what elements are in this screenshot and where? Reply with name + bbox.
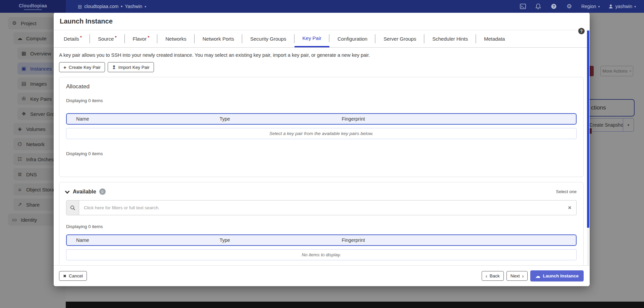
breadcrumb[interactable]: ▤ cloudtopiaa.com • Yashwin ▾ (78, 4, 146, 9)
tab-security-groups[interactable]: Security Groups (242, 30, 294, 47)
modal-footer: Cancel Back Next Launch Instance (54, 265, 590, 286)
tab-label: Metadata (484, 36, 505, 42)
tab-label: Configuration (337, 36, 367, 42)
logo[interactable]: Cloudtopiaa (0, 0, 66, 13)
create-key-pair-button[interactable]: Create Key Pair (59, 62, 105, 72)
logo-text: Cloudtopiaa (19, 3, 47, 8)
column-header-name: Name (67, 237, 219, 243)
tab-label: Network Ports (203, 36, 234, 42)
chevron-down-icon: ▾ (598, 5, 600, 8)
tab-scheduler-hints[interactable]: Scheduler Hints (424, 30, 476, 47)
import-key-pair-label: Import Key Pair (118, 65, 150, 70)
key-pair-panel: A key pair allows you to SSH into your n… (54, 48, 590, 286)
cancel-button[interactable]: Cancel (59, 271, 87, 281)
tab-server-groups[interactable]: Server Groups (375, 30, 424, 47)
next-label: Next (511, 273, 520, 278)
tab-label: Flavor (133, 36, 147, 42)
tab-network-ports[interactable]: Network Ports (195, 30, 242, 47)
scrollbar-thumb[interactable] (587, 31, 589, 228)
available-count: Displaying 0 items (66, 224, 577, 229)
search-icon (66, 201, 79, 215)
navbar-right: ? Region ▾ yashwin ▾ (520, 3, 644, 10)
help-icon[interactable]: ? (578, 28, 585, 34)
column-header-fingerprint: Fingerprint (342, 116, 576, 122)
cloud-icon (535, 273, 540, 279)
help-circle-icon[interactable]: ? (550, 3, 557, 10)
required-marker: * (80, 35, 82, 40)
column-header-fingerprint: Fingerprint (342, 237, 576, 243)
back-label: Back (490, 273, 500, 278)
upload-icon (112, 64, 116, 70)
footer-navigation: Back Next Launch Instance (482, 270, 584, 281)
modal-header: Launch Instance (54, 12, 590, 30)
search-input[interactable] (79, 201, 568, 215)
tab-label: Key Pair (303, 35, 322, 41)
allocated-title: Allocated (66, 83, 577, 90)
available-count-badge: 0 (99, 188, 106, 195)
plus-icon (63, 64, 66, 70)
tab-flavor[interactable]: Flavor * (125, 30, 158, 47)
terminal-icon[interactable] (520, 3, 526, 10)
required-marker: * (148, 35, 149, 40)
user-menu[interactable]: yashwin ▾ (608, 4, 636, 9)
tab-networks[interactable]: Networks (157, 30, 195, 47)
required-marker: * (115, 35, 116, 40)
key-pair-description: A key pair allows you to SSH into your n… (59, 52, 584, 58)
tab-configuration[interactable]: Configuration (329, 30, 375, 47)
chevron-down-icon: ▾ (634, 5, 636, 8)
allocated-panel: Allocated Displaying 0 items Name Type F… (59, 77, 584, 177)
select-one-hint: Select one (556, 189, 577, 194)
tab-key-pair[interactable]: Key Pair (294, 30, 330, 47)
tab-label: Source (98, 36, 114, 42)
tab-source[interactable]: Source * (90, 30, 125, 47)
available-table-header: Name Type Fingerprint (66, 234, 577, 246)
top-navbar: Cloudtopiaa ▤ cloudtopiaa.com • Yashwin … (0, 0, 644, 13)
tab-label: Server Groups (383, 36, 416, 42)
chevron-down-icon: ▾ (145, 5, 146, 8)
modal-scrollbar[interactable] (587, 31, 589, 265)
user-name: yashwin (615, 4, 632, 9)
breadcrumb-site: cloudtopiaa.com (84, 4, 118, 9)
allocated-count: Displaying 0 items (66, 98, 577, 103)
tab-label: Details (64, 36, 79, 42)
chevron-right-icon (522, 273, 524, 279)
breadcrumb-separator: • (121, 4, 122, 9)
settings-gear-icon[interactable] (566, 3, 573, 10)
available-header: Available 0 Select one (66, 188, 577, 195)
allocated-count-bottom: Displaying 0 items (66, 151, 577, 156)
user-avatar-icon (608, 4, 613, 9)
region-label: Region (581, 4, 596, 9)
allocated-empty-row: Select a key pair from the available key… (66, 128, 577, 139)
key-pair-actions: Create Key Pair Import Key Pair (59, 62, 584, 72)
next-button[interactable]: Next (506, 271, 528, 281)
wizard-tabs: Details * Source * Flavor * Networks Net… (54, 30, 590, 48)
chevron-down-icon[interactable] (65, 189, 70, 193)
tab-label: Networks (165, 36, 186, 42)
launch-instance-label: Launch Instance (543, 273, 579, 278)
tab-label: Security Groups (250, 36, 286, 42)
allocated-table-header: Name Type Fingerprint (66, 113, 577, 125)
column-header-type: Type (219, 237, 341, 243)
clear-search-icon[interactable] (568, 201, 576, 215)
chevron-left-icon (486, 273, 487, 279)
modal-title: Launch Instance (60, 17, 113, 25)
column-header-name: Name (67, 116, 219, 122)
launch-instance-modal: Launch Instance ? Details * Source * Fla… (54, 12, 590, 286)
breadcrumb-project: Yashwin (125, 4, 142, 9)
create-key-pair-label: Create Key Pair (69, 65, 101, 70)
x-icon (63, 273, 66, 278)
notifications-bell-icon[interactable] (535, 3, 542, 10)
svg-text:?: ? (553, 4, 555, 8)
tab-metadata[interactable]: Metadata (476, 30, 513, 47)
logo-tagline (24, 9, 42, 10)
column-header-type: Type (219, 116, 341, 122)
available-empty-row: No items to display. (66, 249, 577, 260)
back-button[interactable]: Back (482, 271, 504, 281)
tab-details[interactable]: Details * (56, 30, 90, 47)
launch-instance-button[interactable]: Launch Instance (530, 270, 584, 281)
key-pair-search-bar (66, 200, 577, 215)
cancel-label: Cancel (69, 273, 83, 278)
tab-label: Scheduler Hints (432, 36, 468, 42)
import-key-pair-button[interactable]: Import Key Pair (108, 62, 154, 72)
region-selector[interactable]: Region ▾ (581, 4, 600, 9)
